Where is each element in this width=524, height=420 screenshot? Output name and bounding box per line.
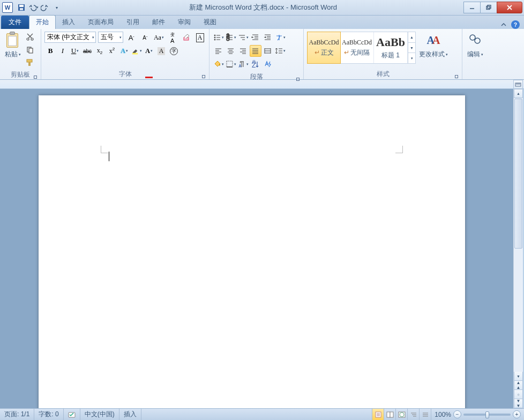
file-tab[interactable]: 文件 xyxy=(1,16,29,29)
insert-mode-status[interactable]: 插入 xyxy=(119,409,141,420)
tab-insert[interactable]: 插入 xyxy=(56,16,81,29)
zoom-out-button[interactable]: − xyxy=(453,410,461,418)
show-marks-button[interactable] xyxy=(262,58,274,70)
character-shading-button[interactable]: A xyxy=(155,45,167,57)
paragraph-dialog-launcher[interactable] xyxy=(294,75,300,81)
word-count-status[interactable]: 字数: 0 xyxy=(34,409,63,420)
copy-button[interactable] xyxy=(24,44,36,56)
previous-page-button[interactable]: ▲▲ xyxy=(514,381,523,390)
next-page-button[interactable]: ▼▼ xyxy=(514,399,523,408)
document-area[interactable] xyxy=(0,89,513,408)
align-center-button[interactable] xyxy=(225,45,237,57)
zoom-slider-thumb[interactable] xyxy=(485,411,489,418)
proofing-status[interactable] xyxy=(64,409,80,420)
clear-formatting-button[interactable] xyxy=(181,32,192,43)
gallery-more-button[interactable]: ▾ xyxy=(408,53,415,63)
sort-button[interactable]: AZ xyxy=(250,58,261,70)
help-button[interactable]: ? xyxy=(511,20,520,29)
scroll-down-button[interactable]: ▼ xyxy=(514,372,523,381)
subscript-button[interactable]: x2 xyxy=(94,45,106,57)
scroll-thumb[interactable] xyxy=(514,99,522,249)
enclose-characters-button[interactable]: 字 xyxy=(168,45,179,57)
change-case-button[interactable]: Aa▾ xyxy=(153,32,165,43)
zoom-in-button[interactable]: + xyxy=(513,410,521,418)
undo-button[interactable]: ▾ xyxy=(28,2,39,13)
outline-view[interactable] xyxy=(407,409,419,420)
italic-button[interactable]: I xyxy=(57,45,69,57)
distributed-button[interactable] xyxy=(262,45,274,57)
qat-customize-button[interactable]: ▾ xyxy=(51,2,62,13)
minimize-button[interactable] xyxy=(463,2,481,13)
tab-home[interactable]: 开始 xyxy=(29,15,56,29)
borders-button[interactable]: ▾ xyxy=(225,58,237,70)
tab-page-layout[interactable]: 页面布局 xyxy=(81,16,120,29)
increase-indent-button[interactable] xyxy=(262,32,274,43)
maximize-button[interactable] xyxy=(480,2,497,13)
character-border-button[interactable]: A xyxy=(194,32,206,43)
font-dialog-launcher[interactable] xyxy=(199,72,206,79)
phonetic-guide-button[interactable]: 变A xyxy=(167,32,178,43)
style-no-spacing[interactable]: AaBbCcDd ↵无间隔 xyxy=(340,32,374,63)
zoom-slider[interactable] xyxy=(463,414,511,416)
scroll-up-button[interactable]: ▲ xyxy=(514,89,523,98)
style-preview: AaBb xyxy=(376,35,405,49)
align-right-button[interactable] xyxy=(237,45,249,57)
browse-object-button[interactable]: ○ xyxy=(514,390,523,399)
full-screen-view[interactable] xyxy=(384,409,395,420)
document-page[interactable] xyxy=(39,95,465,408)
font-family-combo[interactable]: 宋体 (中文正文▾ xyxy=(44,32,96,43)
font-size-combo[interactable]: 五号▾ xyxy=(98,32,123,43)
format-painter-button[interactable] xyxy=(24,57,36,69)
strikethrough-button[interactable]: abc xyxy=(81,45,93,57)
redo-button[interactable] xyxy=(40,2,50,13)
styles-dialog-launcher[interactable] xyxy=(452,72,459,79)
change-styles-button[interactable]: AA 更改样式▾ xyxy=(417,30,450,61)
align-left-button[interactable] xyxy=(213,45,224,57)
style-gallery: AaBbCcDd ↵正文 AaBbCcDd ↵无间隔 AaBb 标题 1 ▲ ▼… xyxy=(307,32,416,64)
bold-button[interactable]: B xyxy=(44,45,56,57)
close-button[interactable] xyxy=(497,2,522,13)
styles-group-label: 样式 xyxy=(306,69,460,79)
style-heading-1[interactable]: AaBb 标题 1 xyxy=(374,32,408,63)
vertical-scrollbar[interactable]: ▲ ▼ ▲▲ ○ ▼▼ xyxy=(513,89,523,408)
cut-button[interactable] xyxy=(24,31,36,43)
superscript-button[interactable]: x2 xyxy=(106,45,118,57)
minimize-ribbon-icon[interactable] xyxy=(499,20,508,29)
ruler-toggle-button[interactable] xyxy=(513,80,523,89)
shrink-font-button[interactable]: Aˇ xyxy=(139,32,151,43)
line-spacing-button[interactable]: ▾ xyxy=(274,45,286,57)
text-effects-button[interactable]: A▾ xyxy=(118,45,130,57)
asian-layout-button[interactable]: ▾ xyxy=(274,32,286,43)
paste-label: 粘贴 xyxy=(5,50,18,59)
text-direction-button[interactable]: ▾ xyxy=(237,58,249,70)
style-normal[interactable]: AaBbCcDd ↵正文 xyxy=(307,32,341,64)
editing-button[interactable]: 编辑▾ xyxy=(465,30,486,61)
multilevel-list-button[interactable]: ▾ xyxy=(237,32,249,43)
svg-point-20 xyxy=(214,39,215,40)
decrease-indent-button[interactable] xyxy=(250,32,261,43)
underline-button[interactable]: U▾ xyxy=(69,45,81,57)
tab-review[interactable]: 审阅 xyxy=(171,16,197,29)
language-status[interactable]: 中文(中国) xyxy=(80,409,119,420)
font-color-button[interactable]: A▾ xyxy=(143,45,155,57)
zoom-level[interactable]: 100% xyxy=(435,411,451,418)
word-app-icon: W xyxy=(2,2,13,13)
paste-button[interactable]: 粘贴▾ xyxy=(2,30,24,61)
print-layout-view[interactable] xyxy=(372,409,384,420)
bullets-button[interactable]: ▾ xyxy=(213,32,224,43)
draft-view[interactable] xyxy=(419,409,431,420)
numbering-button[interactable]: 123▾ xyxy=(225,32,237,43)
shading-button[interactable]: ▾ xyxy=(213,58,224,70)
web-layout-view[interactable] xyxy=(395,409,407,420)
page-number-status[interactable]: 页面: 1/1 xyxy=(0,409,34,420)
save-button[interactable] xyxy=(16,2,27,13)
tab-references[interactable]: 引用 xyxy=(120,16,146,29)
tab-mailings[interactable]: 邮件 xyxy=(146,16,171,29)
align-justify-button[interactable] xyxy=(250,45,261,57)
tab-view[interactable]: 视图 xyxy=(197,16,223,29)
gallery-up-button[interactable]: ▲ xyxy=(408,32,415,43)
grow-font-button[interactable]: Aˆ xyxy=(125,32,137,43)
clipboard-dialog-launcher[interactable] xyxy=(31,73,38,79)
highlight-button[interactable]: ▾ xyxy=(131,45,143,57)
gallery-down-button[interactable]: ▼ xyxy=(408,43,415,54)
